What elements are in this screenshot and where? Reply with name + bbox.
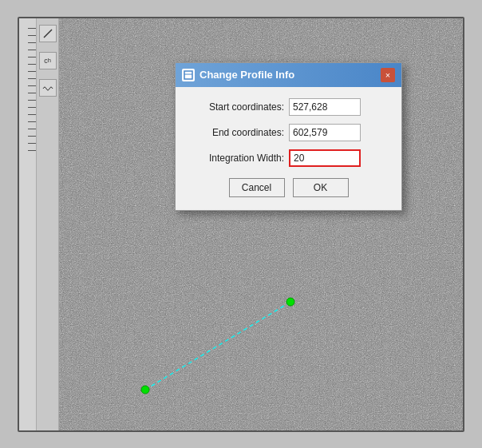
dialog-buttons: Cancel OK	[188, 175, 389, 200]
ruler-tick	[28, 93, 36, 93]
wave-tool-button[interactable]	[39, 79, 57, 97]
ruler-tick	[28, 136, 36, 137]
integration-width-input[interactable]	[289, 149, 361, 167]
end-coordinates-label: End coordinates:	[188, 127, 284, 138]
main-window: ch Change Profile Info ×	[18, 17, 464, 432]
dialog-close-button[interactable]: ×	[381, 68, 395, 82]
svg-line-3	[44, 30, 52, 38]
dialog-titlebar[interactable]: Change Profile Info ×	[176, 63, 401, 87]
dialog-titlebar-left: Change Profile Info	[182, 69, 294, 81]
dialog-title: Change Profile Info	[200, 69, 294, 81]
integration-width-row: Integration Width:	[188, 149, 389, 167]
ok-button[interactable]: OK	[293, 178, 349, 197]
change-profile-info-dialog: Change Profile Info × Start coordinates:…	[175, 62, 402, 211]
ruler-tick	[28, 85, 36, 86]
ruler-tick	[28, 42, 36, 43]
ruler-tick	[28, 50, 36, 50]
ruler-tick	[28, 57, 36, 57]
ruler-tick	[28, 114, 36, 115]
svg-rect-4	[184, 71, 192, 79]
ruler-tick	[28, 143, 36, 144]
start-coordinates-input[interactable]	[289, 98, 361, 116]
start-coordinates-label: Start coordinates:	[188, 101, 284, 113]
ruler-tick	[28, 121, 36, 122]
ruler-tick	[28, 28, 36, 29]
ruler-tick	[28, 35, 36, 36]
ruler-tick	[28, 71, 36, 72]
svg-line-0	[145, 302, 290, 390]
ruler-tick	[28, 150, 36, 151]
ruler-tick	[28, 100, 36, 101]
dialog-title-icon	[182, 69, 195, 81]
integration-width-label: Integration Width:	[188, 153, 284, 164]
end-coordinates-input[interactable]	[289, 124, 361, 141]
svg-point-2	[286, 298, 294, 306]
cancel-button[interactable]: Cancel	[229, 178, 285, 197]
dialog-body: Start coordinates: End coordinates: Inte…	[176, 87, 401, 210]
line-tool-button[interactable]	[39, 25, 57, 42]
end-coordinates-row: End coordinates:	[188, 124, 389, 141]
svg-point-1	[141, 386, 149, 394]
profile-tool-button[interactable]: ch	[39, 52, 57, 69]
ruler-tick	[28, 78, 36, 79]
ruler-tick	[28, 107, 36, 108]
ruler-tick	[28, 129, 36, 129]
ruler-left	[19, 18, 37, 430]
ruler-tick	[28, 64, 36, 65]
start-coordinates-row: Start coordinates:	[188, 98, 389, 116]
tools-sidebar: ch	[37, 18, 59, 430]
